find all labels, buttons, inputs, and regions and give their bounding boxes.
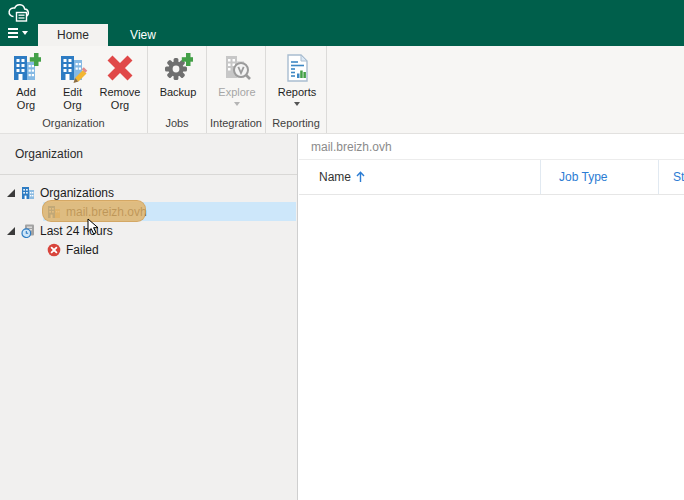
tab-view[interactable]: View <box>108 24 178 46</box>
ribbon-group-label: Jobs <box>148 116 206 133</box>
building-add-icon <box>11 53 41 83</box>
remove-org-button[interactable]: Remove Org <box>95 46 145 112</box>
remove-x-icon <box>105 53 135 83</box>
edit-org-button[interactable]: Edit Org <box>50 46 95 112</box>
add-org-button[interactable]: Add Org <box>2 46 50 112</box>
chevron-down-icon <box>294 102 300 106</box>
ribbon-group-integration: Explore Integration <box>207 46 266 133</box>
expander-icon[interactable] <box>7 227 15 235</box>
backup-button[interactable]: Backup <box>150 46 206 99</box>
tree-item-label: Organizations <box>40 186 114 200</box>
tree-item-organizations[interactable]: Organizations <box>0 183 297 202</box>
button-label: Edit <box>63 86 82 99</box>
column-header-job-type[interactable]: Job Type <box>540 160 658 194</box>
tree-item-organization-mail[interactable]: mail.breizh.ovh <box>0 202 297 221</box>
main-menu-button[interactable] <box>8 28 28 38</box>
ribbon-group-organization: Add Org <box>0 46 148 133</box>
reports-button[interactable]: Reports <box>268 46 326 106</box>
button-label: Add <box>16 86 36 99</box>
ribbon-group-label: Organization <box>0 116 147 133</box>
pane-header: Organization <box>0 134 297 175</box>
tree-item-label: Failed <box>66 243 99 257</box>
ribbon-tabs: Home View <box>38 24 178 46</box>
tab-home[interactable]: Home <box>38 24 108 46</box>
pane-title: mail.breizh.ovh <box>299 134 684 160</box>
button-label: Remove <box>100 86 141 99</box>
building-edit-icon <box>58 53 88 83</box>
organization-tree: Organizations mail.brei <box>0 175 297 259</box>
tree-item-failed[interactable]: Failed <box>0 240 297 259</box>
failed-icon <box>47 243 61 257</box>
content-pane: mail.breizh.ovh Name Job Type St <box>299 134 684 500</box>
column-header-status[interactable]: St <box>658 160 684 194</box>
report-document-icon <box>282 53 312 83</box>
app-logo-icon <box>7 3 33 24</box>
button-label: Org <box>111 99 129 112</box>
button-label: Org <box>17 99 35 112</box>
chevron-down-icon <box>22 31 28 35</box>
hamburger-icon <box>8 28 18 38</box>
tree-item-last-24-hours[interactable]: Last 24 hours <box>0 221 297 240</box>
explore-button[interactable]: Explore <box>209 46 265 106</box>
ribbon: Add Org <box>0 46 684 134</box>
title-bar: Home View <box>0 0 684 46</box>
building-magnifier-icon <box>222 53 252 83</box>
button-label: Explore <box>218 86 255 99</box>
expander-icon[interactable] <box>7 189 15 197</box>
ribbon-group-label: Reporting <box>266 116 326 133</box>
organizations-icon <box>21 186 35 200</box>
button-label: Reports <box>278 86 317 99</box>
button-label: Org <box>63 99 81 112</box>
clock-history-icon <box>21 224 35 238</box>
ribbon-group-jobs: Backup Jobs <box>148 46 207 133</box>
mouse-cursor <box>87 218 101 236</box>
sort-ascending-icon <box>356 171 365 183</box>
navigation-pane: Organization <box>0 134 298 500</box>
table-header-row: Name Job Type St <box>299 160 684 195</box>
column-label: Name <box>319 170 351 184</box>
button-label: Backup <box>160 86 197 99</box>
tree-item-label: Last 24 hours <box>40 224 113 238</box>
ribbon-group-reporting: Reports Reporting <box>266 46 327 133</box>
app-window: Home View <box>0 0 684 500</box>
ribbon-group-label: Integration <box>207 116 265 133</box>
column-header-name[interactable]: Name <box>299 160 540 194</box>
gear-add-icon <box>163 53 193 83</box>
chevron-down-icon <box>234 102 240 106</box>
